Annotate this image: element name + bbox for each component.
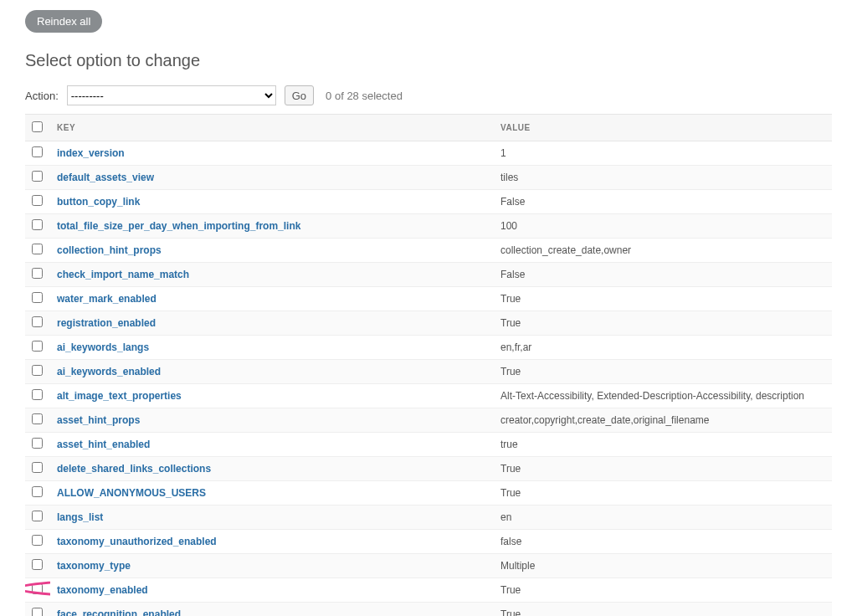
table-row: alt_image_text_propertiesAlt-Text-Access… (25, 384, 832, 408)
row-key-cell: taxonomy_type (50, 554, 494, 578)
row-value-cell: 1 (494, 141, 832, 166)
row-value-cell: True (494, 287, 832, 311)
row-checkbox[interactable] (32, 438, 43, 449)
row-checkbox-cell (25, 311, 50, 336)
row-checkbox-cell (25, 457, 50, 481)
row-checkbox[interactable] (32, 608, 43, 616)
option-key-link[interactable]: registration_enabled (57, 317, 156, 329)
option-key-link[interactable]: collection_hint_props (57, 244, 162, 256)
row-checkbox-cell (25, 603, 50, 617)
option-key-link[interactable]: taxonomy_type (57, 560, 131, 572)
row-key-cell: total_file_size_per_day_when_importing_f… (50, 214, 494, 239)
option-key-link[interactable]: delete_shared_links_collections (57, 463, 211, 475)
reindex-all-button[interactable]: Reindex all (25, 10, 102, 33)
table-row: collection_hint_propscollection_create_d… (25, 239, 832, 263)
row-key-cell: collection_hint_props (50, 239, 494, 263)
row-checkbox[interactable] (32, 219, 43, 230)
option-key-link[interactable]: ai_keywords_enabled (57, 366, 161, 377)
row-checkbox-cell (25, 578, 50, 603)
row-checkbox[interactable] (32, 316, 43, 327)
row-value-cell: true (494, 433, 832, 457)
table-row: taxonomy_enabledTrue (25, 578, 832, 603)
row-checkbox[interactable] (32, 486, 43, 497)
option-key-link[interactable]: face_recognition_enabled (57, 608, 181, 616)
action-label: Action: (25, 90, 59, 102)
option-key-link[interactable]: default_assets_view (57, 172, 154, 183)
row-value-cell: True (494, 481, 832, 506)
go-button[interactable]: Go (285, 85, 314, 105)
row-checkbox[interactable] (32, 244, 43, 254)
row-checkbox[interactable] (32, 462, 43, 473)
row-checkbox[interactable] (32, 413, 43, 424)
row-key-cell: ai_keywords_langs (50, 336, 494, 360)
table-row: delete_shared_links_collectionsTrue (25, 457, 832, 481)
option-key-link[interactable]: index_version (57, 147, 125, 159)
row-key-cell: taxonomy_unauthorized_enabled (50, 530, 494, 554)
row-checkbox[interactable] (32, 341, 43, 352)
table-row: face_recognition_enabledTrue (25, 603, 832, 617)
row-value-cell: en (494, 506, 832, 530)
row-checkbox[interactable] (32, 268, 43, 279)
row-value-cell: True (494, 603, 832, 617)
row-value-cell: tiles (494, 166, 832, 190)
table-row: total_file_size_per_day_when_importing_f… (25, 214, 832, 239)
row-value-cell: Multiple (494, 554, 832, 578)
row-checkbox-cell (25, 166, 50, 190)
action-bar: Action: --------- Go 0 of 28 selected (25, 85, 832, 105)
select-all-checkbox[interactable] (32, 121, 43, 132)
option-key-link[interactable]: ai_keywords_langs (57, 341, 149, 353)
row-checkbox-cell (25, 408, 50, 433)
row-checkbox[interactable] (32, 171, 43, 182)
row-checkbox-cell (25, 384, 50, 408)
table-row: langs_listen (25, 506, 832, 530)
option-key-link[interactable]: button_copy_link (57, 196, 140, 208)
table-row: registration_enabledTrue (25, 311, 832, 336)
table-row: water_mark_enabledTrue (25, 287, 832, 311)
row-value-cell: en,fr,ar (494, 336, 832, 360)
option-key-link[interactable]: asset_hint_enabled (57, 439, 150, 450)
row-checkbox[interactable] (32, 559, 43, 570)
row-checkbox-cell (25, 433, 50, 457)
row-checkbox[interactable] (32, 511, 43, 521)
option-key-link[interactable]: water_mark_enabled (57, 293, 157, 305)
row-value-cell: Alt-Text-Accessibility, Extended-Descrip… (494, 384, 832, 408)
row-checkbox[interactable] (32, 535, 43, 546)
option-key-link[interactable]: ALLOW_ANONYMOUS_USERS (57, 487, 206, 499)
col-header-value[interactable]: VALUE (494, 115, 832, 141)
options-table: KEY VALUE index_version1default_assets_v… (25, 114, 832, 616)
table-row: ALLOW_ANONYMOUS_USERSTrue (25, 481, 832, 506)
option-key-link[interactable]: asset_hint_props (57, 414, 140, 426)
row-value-cell: False (494, 190, 832, 214)
option-key-link[interactable]: taxonomy_enabled (57, 584, 148, 596)
table-row: check_import_name_matchFalse (25, 263, 832, 287)
row-key-cell: water_mark_enabled (50, 287, 494, 311)
row-checkbox[interactable] (32, 195, 43, 206)
row-key-cell: check_import_name_match (50, 263, 494, 287)
table-row: taxonomy_typeMultiple (25, 554, 832, 578)
col-header-key[interactable]: KEY (50, 115, 494, 141)
action-select[interactable]: --------- (67, 85, 276, 105)
option-key-link[interactable]: alt_image_text_properties (57, 390, 182, 402)
row-key-cell: face_recognition_enabled (50, 603, 494, 617)
row-checkbox-cell (25, 239, 50, 263)
row-checkbox[interactable] (32, 583, 43, 594)
row-value-cell: false (494, 530, 832, 554)
option-key-link[interactable]: taxonomy_unauthorized_enabled (57, 536, 217, 547)
row-key-cell: taxonomy_enabled (50, 578, 494, 603)
row-key-cell: asset_hint_enabled (50, 433, 494, 457)
option-key-link[interactable]: check_import_name_match (57, 269, 189, 280)
row-checkbox[interactable] (32, 365, 43, 376)
row-key-cell: langs_list (50, 506, 494, 530)
row-checkbox[interactable] (32, 146, 43, 157)
row-key-cell: registration_enabled (50, 311, 494, 336)
row-checkbox-cell (25, 481, 50, 506)
row-checkbox[interactable] (32, 292, 43, 303)
row-checkbox[interactable] (32, 389, 43, 400)
table-row: default_assets_viewtiles (25, 166, 832, 190)
row-value-cell: False (494, 263, 832, 287)
row-key-cell: ALLOW_ANONYMOUS_USERS (50, 481, 494, 506)
option-key-link[interactable]: langs_list (57, 511, 103, 523)
table-row: ai_keywords_langsen,fr,ar (25, 336, 832, 360)
table-row: ai_keywords_enabledTrue (25, 360, 832, 384)
option-key-link[interactable]: total_file_size_per_day_when_importing_f… (57, 220, 300, 232)
